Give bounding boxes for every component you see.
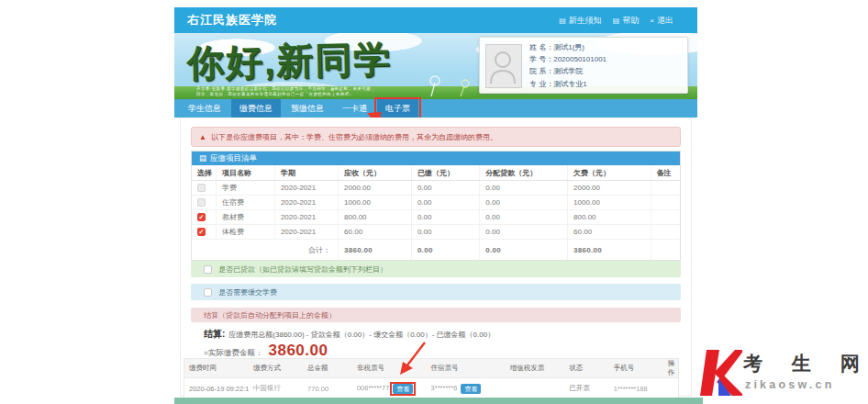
payment-method: 中国银行 bbox=[249, 378, 303, 399]
fee-list-title-bar: ▤ 应缴项目清单 bbox=[192, 152, 680, 165]
person-silhouette-icon bbox=[486, 45, 519, 85]
student-dept: 院 系：测试学院 bbox=[529, 65, 606, 77]
fee-total-row: 合计： 3860.00 0.00 0.00 3860.00 bbox=[192, 240, 680, 261]
total-label: 合计： bbox=[192, 240, 339, 261]
link-label: 新生须知 bbox=[569, 15, 602, 27]
row-checkbox[interactable] bbox=[197, 184, 206, 192]
defer-checkbox[interactable] bbox=[204, 288, 212, 297]
settlement-result-line: =实际缴费金额： 3860.00 bbox=[204, 342, 328, 360]
settle-bar-text: 结算（贷款后自动分配到项目上的金额） bbox=[204, 310, 336, 320]
defer-bar-text: 是否需要缓交学费 bbox=[218, 287, 277, 297]
defer-question-bar: 是否需要缓交学费 bbox=[191, 284, 681, 300]
zikaosw-logo-domain: zikaosw.cn bbox=[745, 378, 835, 391]
header-links: ▤ 新生须知 ▤ 帮助 × 退出 bbox=[559, 15, 697, 27]
link-freshman-guide[interactable]: ▤ 新生须知 bbox=[559, 15, 602, 27]
alert-text: 以下是你应缴费项目，其中：学费、住宿费为必须缴纳的费用，其余为自愿缴纳的费用。 bbox=[211, 132, 497, 142]
payment-time: 2020-06-19 09:22:14 bbox=[184, 378, 249, 399]
row-checkbox[interactable]: ✓ bbox=[197, 228, 206, 236]
student-info-card: 姓 名：测试1(男) 学 号：2020050101001 院 系：测试学院 专 … bbox=[479, 37, 688, 94]
fee-table: 选择 项目名称 学期 应收（元） 已缴（元） 分配贷款（元） 欠费（元） 备注 … bbox=[192, 165, 680, 260]
student-name: 姓 名：测试1(男) bbox=[529, 41, 606, 53]
table-row: ✓ 教材费 2020-2021 800.00 0.00 0.00 800.00 bbox=[192, 210, 680, 225]
settlement-formula-line: 结算: 应缴费用总额(3860.00) - 贷款金额（0.00）- 缓交金额（0… bbox=[204, 328, 681, 341]
book-icon: ▤ bbox=[613, 17, 620, 25]
vat-invoice-cell bbox=[506, 378, 565, 399]
invoice1-number: 006*****77 bbox=[357, 384, 389, 392]
list-icon: ▤ bbox=[199, 152, 206, 165]
link-logout[interactable]: × 退出 bbox=[650, 15, 673, 27]
fee-list-title: 应缴项目清单 bbox=[210, 152, 257, 165]
row-checkbox[interactable] bbox=[197, 198, 206, 207]
payment-op bbox=[663, 378, 678, 399]
table-row: 住宿费 2020-2021 1000.00 0.00 0.00 1000.00 bbox=[192, 196, 680, 210]
payment-status: 已开票 bbox=[564, 378, 608, 399]
total-due: 3860.00 bbox=[339, 240, 412, 261]
close-icon: × bbox=[650, 17, 654, 25]
payment-phone: 1*******188 bbox=[609, 378, 663, 399]
payments-header-row: 缴费时间 缴费方式 总金额 非税票号 住宿票号 增值税发票 状态 手机号 操作 bbox=[184, 359, 678, 378]
loan-bar-text: 是否已贷款（如已贷款请填写贷款金额到下列栏目） bbox=[218, 264, 387, 275]
table-row: ✓ 体检费 2020-2021 60.00 0.00 0.00 60.00 bbox=[192, 225, 680, 240]
link-label: 帮助 bbox=[622, 15, 639, 27]
total-owe: 3860.00 bbox=[568, 240, 651, 261]
row-checkbox[interactable]: ✓ bbox=[197, 213, 206, 221]
annotation-arrow-view bbox=[396, 338, 429, 376]
dandelion-decoration bbox=[424, 73, 472, 97]
invoice1-cell: 006*****77 查看 bbox=[352, 378, 427, 399]
bottom-divider-strip bbox=[174, 398, 703, 404]
warning-icon: ▲ bbox=[199, 133, 206, 141]
fee-alert: ▲ 以下是你应缴费项目，其中：学费、住宿费为必须缴纳的费用，其余为自愿缴纳的费用… bbox=[191, 127, 681, 147]
top-header-bar: 右江民族医学院 ▤ 新生须知 ▤ 帮助 × 退出 bbox=[174, 7, 697, 33]
settlement-header-bar: 结算（贷款后自动分配到项目上的金额） bbox=[191, 308, 681, 322]
payments-card: 缴费时间 缴费方式 总金额 非税票号 住宿票号 增值税发票 状态 手机号 操作 … bbox=[184, 358, 679, 399]
link-label: 退出 bbox=[657, 15, 673, 27]
page: 右江民族医学院 ▤ 新生须知 ▤ 帮助 × 退出 你好,新同学 开学季·迎新季·… bbox=[0, 0, 868, 404]
student-id: 学 号：2020050101001 bbox=[529, 53, 606, 65]
payments-table: 缴费时间 缴费方式 总金额 非税票号 住宿票号 增值税发票 状态 手机号 操作 … bbox=[184, 359, 678, 398]
student-info-lines: 姓 名：测试1(男) 学 号：2020050101001 院 系：测试学院 专 … bbox=[529, 41, 606, 90]
zikaosw-logo-mark bbox=[700, 350, 742, 396]
tab-payment-info[interactable]: 缴费信息 bbox=[231, 99, 281, 118]
link-help[interactable]: ▤ 帮助 bbox=[613, 15, 640, 27]
student-major: 专 业：测试专业1 bbox=[529, 78, 606, 90]
tab-prepay-info[interactable]: 预缴信息 bbox=[283, 99, 332, 118]
school-title: 右江民族医学院 bbox=[174, 12, 277, 28]
payment-row: 2020-06-19 09:22:14 中国银行 770.00 006*****… bbox=[184, 378, 678, 399]
loan-checkbox[interactable] bbox=[204, 265, 212, 274]
book-icon: ▤ bbox=[559, 17, 566, 25]
view-invoice1-button[interactable]: 查看 bbox=[393, 384, 413, 394]
loan-question-bar: 是否已贷款（如已贷款请填写贷款金额到下列栏目） bbox=[191, 261, 681, 277]
total-paid: 0.00 bbox=[411, 240, 479, 261]
invoice2-cell: 3*******6 查看 bbox=[427, 378, 506, 399]
total-loan: 0.00 bbox=[480, 240, 568, 261]
tab-student-info[interactable]: 学生信息 bbox=[180, 99, 229, 118]
student-photo-placeholder bbox=[485, 44, 522, 88]
fee-list-card: ▤ 应缴项目清单 选择 项目名称 学期 应收（元） 已缴（元） 分配贷款（元） … bbox=[191, 151, 681, 261]
settlement-formula: 应缴费用总额(3860.00) - 贷款金额（0.00）- 缓交金额（0.00）… bbox=[228, 330, 495, 340]
fee-table-header-row: 选择 项目名称 学期 应收（元） 已缴（元） 分配贷款（元） 欠费（元） 备注 bbox=[192, 165, 680, 181]
zikaosw-logo-text: 考 生 网 bbox=[743, 351, 868, 376]
invoice2-number: 3*******6 bbox=[431, 384, 458, 392]
result-amount: 3860.00 bbox=[268, 342, 328, 360]
payment-amount: 770.00 bbox=[303, 378, 352, 399]
table-row: 学费 2020-2021 2000.00 0.00 0.00 2000.00 bbox=[192, 181, 680, 196]
view-invoice2-button[interactable]: 查看 bbox=[461, 384, 481, 394]
settlement-label: 结算: bbox=[204, 328, 225, 341]
